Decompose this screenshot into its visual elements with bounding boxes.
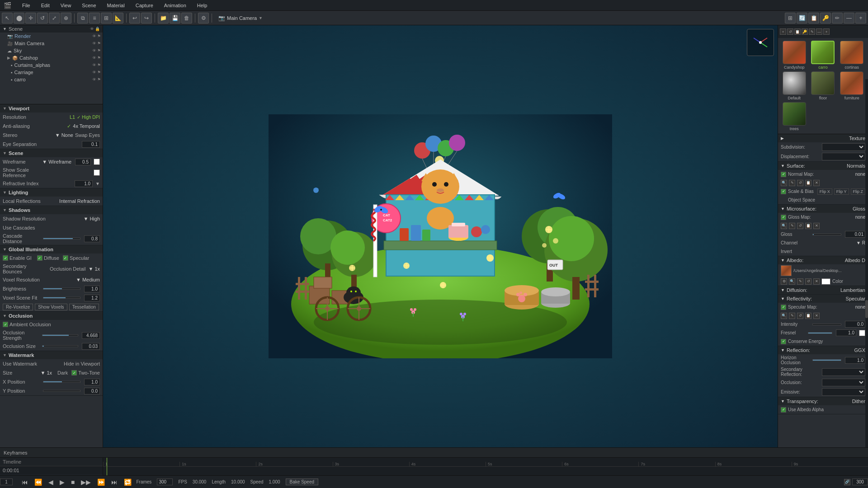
y-position-input[interactable]: [84, 388, 100, 394]
tree-carriage-eye[interactable]: 👁: [92, 70, 96, 75]
wireframe-opacity-input[interactable]: [75, 159, 91, 165]
timeline-ruler[interactable]: 1 1s 2s 3s 4s 5s 6s 7s 8s 9s: [103, 458, 868, 475]
ambient-occlusion-checkbox[interactable]: ✓: [3, 322, 8, 327]
reflection-header[interactable]: ▼ Reflection: GGX: [778, 346, 868, 354]
transport-begin[interactable]: ⏮: [20, 478, 30, 487]
toolbar-pointer[interactable]: ↖: [2, 13, 13, 23]
toolbar-scale[interactable]: ⤢: [49, 13, 60, 23]
transport-next[interactable]: ▶▶: [79, 478, 93, 487]
tessellation-btn[interactable]: Tessellation: [69, 304, 99, 310]
brightness-input[interactable]: [84, 286, 100, 292]
surface-header[interactable]: ▼ Surface: Normals: [778, 162, 868, 170]
tree-curtains-flag[interactable]: ⚑: [97, 63, 101, 67]
micro-btn-5[interactable]: ✕: [813, 223, 820, 229]
material-item-furniture[interactable]: furniture: [838, 71, 865, 100]
surface-btn-4[interactable]: 📋: [805, 180, 811, 186]
menu-view[interactable]: View: [59, 2, 73, 9]
camera-selector[interactable]: 📷 Main Camera ▼: [218, 15, 263, 21]
end-frame-input[interactable]: [852, 479, 868, 485]
toolbar-select[interactable]: ⬤: [14, 13, 24, 23]
toolbar-delete[interactable]: 🗑: [181, 13, 192, 23]
flip-y-btn[interactable]: Flip Y: [834, 188, 849, 195]
use-albedo-alpha-checkbox[interactable]: ✓: [781, 407, 786, 413]
tree-carro-eye[interactable]: 👁: [92, 77, 96, 82]
scale-bias-checkbox[interactable]: ✓: [781, 189, 786, 194]
secondary-reflection-dropdown[interactable]: [822, 368, 866, 376]
specular-checkbox[interactable]: ✓: [63, 255, 68, 261]
wireframe-value[interactable]: ▼ Wireframe: [42, 159, 71, 164]
shadow-quality-dropdown[interactable]: ▼ High: [83, 216, 100, 221]
toolbar-pivot[interactable]: ⊕: [61, 13, 71, 23]
x-position-input[interactable]: [84, 379, 100, 385]
toolbar-right-3[interactable]: 📋: [808, 13, 819, 23]
camera-dropdown-icon[interactable]: ▼: [259, 16, 263, 20]
micro-btn-1[interactable]: 🔍: [781, 223, 787, 229]
refl-occlusion-dropdown[interactable]: [822, 379, 866, 386]
tree-sky-eye[interactable]: 👁: [92, 48, 96, 53]
tree-catshop-flag[interactable]: ⚑: [97, 56, 101, 60]
tree-camera-flag[interactable]: ⚑: [97, 41, 101, 46]
cascade-distance-input[interactable]: [84, 235, 100, 242]
scene-tree-lock[interactable]: 🔒: [95, 27, 100, 31]
channel-dropdown[interactable]: ▼ R: [856, 240, 865, 245]
transport-prev-key[interactable]: ⏪: [33, 478, 44, 487]
microsurface-header[interactable]: ▼ Microsurface: Gloss: [778, 205, 868, 213]
tree-sky-flag[interactable]: ⚑: [97, 48, 101, 53]
material-item-floor[interactable]: floor: [810, 71, 837, 100]
micro-btn-2[interactable]: ✎: [789, 223, 795, 229]
scene-tree-header[interactable]: ▼ Scene 👁 🔒: [0, 25, 103, 33]
gloss-map-checkbox[interactable]: ✓: [781, 215, 786, 220]
transport-prev[interactable]: ◀: [47, 478, 55, 487]
occlusion-detail-value[interactable]: ▼ 1x: [88, 266, 100, 272]
menu-scene[interactable]: Scene: [80, 2, 98, 9]
albedo-btn-1[interactable]: ⚙: [781, 278, 787, 285]
menu-help[interactable]: Help: [195, 2, 209, 9]
gi-section-header[interactable]: ▼ Global Illumination: [0, 245, 103, 253]
occlusion-size-input[interactable]: [82, 343, 100, 350]
transport-end[interactable]: ⏭: [109, 478, 119, 487]
subdivision-dropdown[interactable]: [822, 143, 866, 151]
enable-gi-checkbox[interactable]: ✓: [3, 255, 8, 261]
rpanel-btn-3[interactable]: 📋: [794, 28, 801, 35]
transport-loop[interactable]: 🔁: [122, 478, 133, 487]
frames-input[interactable]: [157, 479, 173, 485]
refl-btn-5[interactable]: ✕: [813, 313, 820, 319]
surface-btn-3[interactable]: ↺: [797, 180, 803, 186]
albedo-btn-2[interactable]: 🔍: [789, 278, 795, 285]
viewport-section-header[interactable]: ▼ Viewport: [0, 104, 103, 113]
voxel-resolution-value[interactable]: ▼ Medium: [76, 277, 100, 282]
tree-curtains-eye[interactable]: 👁: [92, 63, 96, 67]
toolbar-undo[interactable]: ↩: [129, 13, 140, 23]
show-scale-checkbox[interactable]: [94, 169, 100, 176]
surface-btn-5[interactable]: ✕: [813, 180, 820, 186]
toolbar-right-4[interactable]: 🔑: [820, 13, 831, 23]
toolbar-redo[interactable]: ↪: [141, 13, 152, 23]
toolbar-grid[interactable]: ⊞: [101, 13, 112, 23]
toolbar-right-2[interactable]: 🔄: [797, 13, 807, 23]
reflectivity-header[interactable]: ▼ Reflectivity: Specular: [778, 295, 868, 303]
intensity-input[interactable]: [845, 321, 865, 328]
texture-header[interactable]: ▶ Texture: [778, 134, 868, 142]
toolbar-right-7[interactable]: +: [855, 13, 866, 23]
toolbar-right-1[interactable]: ⊞: [785, 13, 796, 23]
tree-item-carriage[interactable]: ▪ Carriage 👁 ⚑: [0, 69, 103, 76]
refl-btn-4[interactable]: 📋: [805, 313, 811, 319]
rpanel-btn-1[interactable]: +: [780, 28, 786, 35]
horizon-input[interactable]: [845, 357, 865, 364]
albedo-btn-5[interactable]: ✕: [813, 278, 820, 285]
menu-capture[interactable]: Capture: [134, 2, 155, 9]
toolbar-align[interactable]: ≡: [89, 13, 100, 23]
rpanel-btn-2[interactable]: ↺: [787, 28, 793, 35]
toolbar-measure[interactable]: 📐: [113, 13, 123, 23]
playhead[interactable]: [107, 458, 107, 475]
transport-stop[interactable]: ■: [69, 478, 76, 487]
rpanel-btn-7[interactable]: +: [823, 28, 830, 35]
eye-separation-input[interactable]: [82, 141, 100, 148]
transport-next-key[interactable]: ⏩: [95, 478, 107, 487]
toolbar-settings[interactable]: ⚙: [198, 13, 209, 23]
show-voxels-btn[interactable]: Show Voxels: [35, 304, 67, 310]
refractive-index-input[interactable]: [75, 180, 93, 187]
micro-btn-4[interactable]: 📋: [805, 223, 811, 229]
watermark-section-header[interactable]: ▼ Watermark: [0, 351, 103, 359]
refl-btn-2[interactable]: ✎: [789, 313, 795, 319]
